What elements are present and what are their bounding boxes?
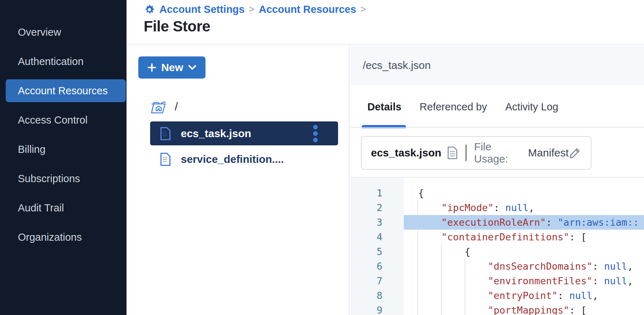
file-row-ecs_task.json[interactable]: ecs_task.json: [150, 121, 338, 145]
sidebar-item-audit-trail[interactable]: Audit Trail: [6, 196, 126, 219]
code-line-text: {: [404, 244, 644, 259]
gear-icon: [144, 4, 155, 15]
file-usage-card: ecs_task.json File Usage: Manifest: [361, 136, 591, 170]
file-icon: [160, 152, 171, 166]
file-icon: [160, 127, 171, 140]
detail-tabs: DetailsReferenced byActivity Log: [367, 101, 558, 113]
code-line-text: "executionRoleArn": "arn:aws:iam::: [404, 215, 644, 230]
line-number: 1: [350, 186, 382, 200]
code-line-text: "dnsSearchDomains": null,: [404, 259, 644, 274]
file-usage-label: File Usage:: [474, 141, 523, 165]
code-line-text: {: [404, 186, 644, 200]
code-line-text: "entryPoint": null,: [404, 288, 644, 303]
sidebar-item-list: OverviewAuthenticationAccount ResourcesA…: [0, 21, 127, 255]
breadcrumb-link-account-settings[interactable]: Account Settings: [159, 4, 244, 15]
sidebar-item-organizations[interactable]: Organizations: [6, 226, 126, 249]
new-file-button-label: New: [161, 61, 183, 74]
file-path-header: /ecs_task.json: [350, 45, 644, 85]
sidebar-item-overview[interactable]: Overview: [6, 21, 126, 44]
app-window: OverviewAuthenticationAccount ResourcesA…: [0, 0, 644, 315]
file-name: ecs_task.json: [181, 128, 251, 140]
breadcrumb: Account Settings > Account Resources >: [144, 4, 366, 15]
tab-divider: [350, 127, 644, 128]
plus-icon: [147, 63, 157, 72]
settings-sidebar: OverviewAuthenticationAccount ResourcesA…: [0, 0, 127, 315]
line-number: 5: [350, 244, 382, 259]
line-number: 2: [350, 200, 382, 215]
code-line-text: "environmentFiles": null,: [404, 274, 644, 288]
file-store-panel: New / ecs_task.json: [127, 45, 350, 315]
breadcrumb-separator: >: [361, 4, 366, 15]
file-row-service_definition....[interactable]: service_definition....: [150, 149, 338, 170]
code-line-7[interactable]: 7 "environmentFiles": null,: [350, 274, 644, 288]
sidebar-item-billing[interactable]: Billing: [6, 138, 126, 161]
sidebar-item-subscriptions[interactable]: Subscriptions: [6, 167, 126, 190]
line-number: 9: [350, 303, 382, 315]
code-line-6[interactable]: 6 "dnsSearchDomains": null,: [350, 259, 644, 274]
card-divider: [466, 145, 466, 161]
code-line-2[interactable]: 2 "ipcMode": null,: [350, 200, 644, 215]
line-number: 3: [350, 215, 382, 230]
document-icon: [447, 146, 458, 159]
code-line-9[interactable]: 9 "portMappings": [: [350, 303, 644, 315]
breadcrumb-link-account-resources[interactable]: Account Resources: [259, 4, 356, 15]
breadcrumb-separator: >: [249, 4, 254, 15]
home-folder-icon: [150, 100, 167, 114]
kebab-menu-icon[interactable]: [313, 125, 318, 142]
code-editor[interactable]: 1{2 "ipcMode": null,3 "executionRoleArn"…: [350, 177, 644, 315]
line-number: 6: [350, 259, 382, 274]
code-line-text: "portMappings": [: [404, 303, 644, 315]
file-detail-panel: /ecs_task.json DetailsReferenced byActiv…: [350, 45, 644, 315]
file-card-name: ecs_task.json: [371, 147, 441, 159]
file-path: /ecs_task.json: [363, 45, 431, 85]
chevron-down-icon: [188, 65, 197, 70]
sidebar-item-account-resources[interactable]: Account Resources: [6, 79, 126, 102]
page-header: Account Settings > Account Resources > F…: [127, 0, 644, 45]
line-number: 4: [350, 230, 382, 244]
code-line-list: 1{2 "ipcMode": null,3 "executionRoleArn"…: [350, 186, 644, 315]
line-number: 7: [350, 274, 382, 288]
code-line-5[interactable]: 5 {: [350, 244, 644, 259]
line-number: 8: [350, 288, 382, 303]
code-line-3[interactable]: 3 "executionRoleArn": "arn:aws:iam::: [350, 215, 644, 230]
edit-pencil-icon[interactable]: [569, 146, 581, 159]
tab-details[interactable]: Details: [367, 101, 401, 113]
sidebar-item-access-control[interactable]: Access Control: [6, 109, 126, 131]
root-folder-label: /: [175, 100, 178, 113]
tab-activity-log[interactable]: Activity Log: [505, 101, 558, 113]
new-file-button[interactable]: New: [138, 56, 205, 79]
sidebar-item-authentication[interactable]: Authentication: [6, 50, 126, 73]
code-line-1[interactable]: 1{: [350, 186, 644, 200]
root-folder-row[interactable]: /: [150, 100, 178, 114]
page-title: File Store: [144, 18, 210, 35]
file-name: service_definition....: [181, 153, 284, 165]
file-usage-value: Manifest: [528, 147, 569, 159]
code-line-text: "ipcMode": null,: [404, 200, 644, 215]
tab-referenced-by[interactable]: Referenced by: [420, 101, 487, 113]
code-line-4[interactable]: 4 "containerDefinitions": [: [350, 230, 644, 244]
code-line-8[interactable]: 8 "entryPoint": null,: [350, 288, 644, 303]
code-line-text: "containerDefinitions": [: [404, 230, 644, 244]
